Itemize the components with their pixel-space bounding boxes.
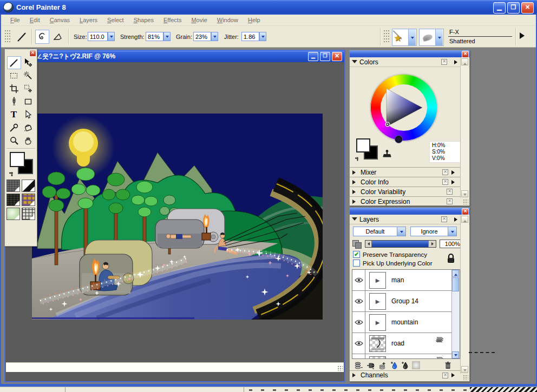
colors-scrollbar[interactable]: [460, 58, 469, 198]
freehand-stroke-button[interactable]: [35, 30, 49, 44]
list-scroll-thumb[interactable]: [452, 277, 459, 291]
palette-box-icon[interactable]: ✕: [442, 169, 448, 175]
document-titlebar[interactable]: ∠웃?ニ?トヴ2.RIF @ 76% ▁ ❐ ✕: [5, 51, 344, 62]
layers-header[interactable]: Layers ✕: [350, 215, 469, 224]
colors-palette-close-icon[interactable]: ✕: [462, 51, 469, 58]
scroll-down-icon[interactable]: [461, 366, 468, 373]
opacity-value[interactable]: 100%: [440, 240, 462, 248]
opacity-slider-thumb[interactable]: [428, 241, 436, 247]
list-scroll-down-icon[interactable]: [452, 351, 459, 358]
brush-variant-dropdown[interactable]: [435, 29, 443, 45]
menu-layers[interactable]: Layers: [75, 16, 102, 24]
brush-variant-button[interactable]: [419, 29, 444, 46]
crop-tool[interactable]: [7, 82, 21, 95]
swap-colors-icon[interactable]: [8, 171, 16, 178]
layers-flyout-icon[interactable]: [454, 217, 460, 222]
colors-resize-grip[interactable]: [463, 199, 468, 204]
jitter-dropdown[interactable]: [259, 32, 266, 41]
text-tool[interactable]: T: [7, 108, 21, 121]
pen-tool[interactable]: [7, 95, 21, 108]
rectangular-selection-tool[interactable]: [7, 69, 21, 82]
palette-box-icon[interactable]: ✕: [441, 59, 447, 65]
pattern-selector[interactable]: [6, 194, 20, 206]
pickup-color-checkbox[interactable]: [353, 260, 360, 267]
dropper-tool[interactable]: [7, 121, 21, 134]
brush-looks-selector[interactable]: [22, 208, 35, 220]
menu-window[interactable]: Window: [212, 16, 243, 24]
new-watercolor-layer-icon[interactable]: [390, 361, 398, 369]
dynamic-plugins-icon[interactable]: [366, 362, 375, 369]
brush-category-button[interactable]: ★: [392, 29, 417, 46]
mixer-bar[interactable]: Mixer ✕: [350, 167, 460, 177]
canvas-artwork[interactable]: [32, 114, 323, 320]
hue-marker[interactable]: [395, 136, 402, 143]
selection-adjuster-tool[interactable]: [21, 82, 35, 95]
pickup-color-row[interactable]: Pick Up Underlying Color: [353, 260, 432, 267]
palette-box-icon[interactable]: ✕: [442, 179, 448, 185]
menu-canvas[interactable]: Canvas: [45, 16, 75, 24]
rectangular-shape-tool[interactable]: [21, 95, 35, 108]
group-thumbnail[interactable]: ▶: [369, 272, 386, 289]
doc-maximize-button[interactable]: ❐: [320, 52, 330, 61]
sv-triangle[interactable]: [381, 85, 427, 130]
collapse-triangle-icon[interactable]: [352, 60, 357, 66]
colors-palette-titlebar[interactable]: ✕: [350, 50, 469, 57]
delete-layer-trash-icon[interactable]: [444, 361, 451, 369]
lock-layer-icon[interactable]: [446, 253, 456, 264]
menu-file[interactable]: File: [5, 16, 25, 24]
menu-shapes[interactable]: Shapes: [129, 16, 159, 24]
doc-close-button[interactable]: ✕: [332, 52, 342, 61]
paint-bucket-tool[interactable]: [21, 121, 35, 134]
strength-input[interactable]: 81%: [146, 32, 163, 41]
colors-front-swatch[interactable]: [356, 138, 370, 152]
menu-select[interactable]: Select: [102, 16, 129, 24]
minimize-button[interactable]: ▁: [493, 2, 506, 14]
new-layer-mask-icon[interactable]: [412, 361, 420, 369]
colors-swap-icon[interactable]: [354, 156, 361, 163]
jitter-input[interactable]: 1.86: [241, 32, 259, 41]
new-liquid-ink-layer-icon[interactable]: [401, 361, 409, 369]
property-bar-grip[interactable]: [4, 30, 10, 44]
nozzle-selector[interactable]: [6, 208, 20, 220]
doc-hscrollbar[interactable]: [6, 362, 344, 372]
layer-commands-icon[interactable]: [354, 362, 363, 369]
composite-depth-select[interactable]: Ignore: [410, 227, 457, 236]
layer-row-group14[interactable]: ▶ Group 14: [352, 291, 460, 312]
strength-dropdown[interactable]: [163, 32, 171, 41]
group-thumbnail[interactable]: ▶: [369, 293, 386, 310]
brush-selector-grip[interactable]: [383, 30, 389, 44]
property-bar-flyout-arrow[interactable]: [520, 32, 528, 39]
grain-dropdown[interactable]: [211, 32, 218, 41]
visibility-eye-icon[interactable]: [352, 270, 365, 290]
visibility-eye-icon[interactable]: [352, 312, 365, 333]
list-scroll-up-icon[interactable]: [452, 270, 459, 277]
visibility-eye-icon[interactable]: [352, 333, 365, 354]
size-dropdown[interactable]: [108, 32, 115, 41]
layers-palette-titlebar[interactable]: ✕: [350, 208, 469, 215]
composite-method-select[interactable]: Default: [353, 227, 406, 236]
group-thumbnail[interactable]: ▶: [369, 314, 386, 331]
menu-effects[interactable]: Effects: [159, 16, 186, 24]
clone-color-stamp-icon[interactable]: [382, 149, 391, 158]
paper-selector[interactable]: [6, 180, 20, 192]
toolbox-close-icon[interactable]: ✕: [29, 50, 36, 57]
preserve-transparency-checkbox[interactable]: ✔: [353, 251, 360, 258]
menu-edit[interactable]: Edit: [25, 16, 45, 24]
palette-box-icon[interactable]: ✕: [441, 216, 447, 222]
layer-adjuster-tool[interactable]: [21, 56, 35, 69]
mixer-flyout-icon[interactable]: [451, 170, 457, 175]
magic-wand-tool[interactable]: [21, 69, 35, 82]
close-button[interactable]: ✕: [521, 2, 534, 14]
grain-input[interactable]: 23%: [193, 32, 211, 41]
layer-row-partial[interactable]: [352, 354, 460, 359]
color-info-flyout-icon[interactable]: [451, 180, 457, 184]
layers-resize-grip[interactable]: [463, 375, 468, 380]
brush-category-dropdown[interactable]: [408, 29, 416, 45]
magnifier-tool[interactable]: [7, 134, 21, 147]
app-titlebar[interactable]: Corel Painter 8 ▁ ❐ ✕: [0, 0, 537, 15]
colors-header[interactable]: Colors ✕: [350, 57, 469, 67]
menu-help[interactable]: Help: [243, 16, 265, 24]
channels-flyout-icon[interactable]: [451, 373, 457, 377]
layer-row-man[interactable]: ▶ man: [352, 270, 460, 291]
scroll-down-icon[interactable]: [461, 190, 468, 197]
